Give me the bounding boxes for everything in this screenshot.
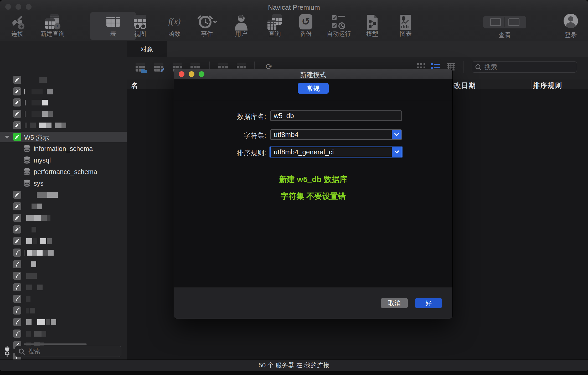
mysql-connection-icon (13, 191, 21, 199)
redacted-text (55, 123, 61, 128)
backup-button[interactable]: ↺ 备份 (295, 12, 316, 40)
sidebar-item-sys[interactable]: sys (0, 178, 127, 189)
redacted-text (40, 238, 46, 244)
horizontal-scrollbar[interactable] (24, 343, 87, 345)
disclosure-triangle-icon[interactable] (5, 136, 9, 139)
views-button[interactable]: 视图 (130, 12, 151, 40)
redacted-text (39, 77, 47, 83)
sidebar-item-label: W5 演示 (24, 133, 49, 142)
backup-icon: ↺ (299, 14, 312, 29)
sidebar-search[interactable] (15, 346, 121, 357)
sidebar-item[interactable] (0, 317, 127, 327)
sidebar-item[interactable] (0, 109, 127, 119)
redacted-text (47, 192, 58, 198)
sidebar-item[interactable] (0, 120, 127, 131)
sidebar-item[interactable] (0, 201, 127, 212)
annotation-line-2: 字符集 不要设置错 (174, 191, 452, 202)
redacted-text (24, 250, 25, 256)
sidebar-item[interactable] (0, 282, 127, 293)
view-icon (133, 14, 147, 30)
chevron-down-icon[interactable] (392, 130, 401, 139)
sidebar-item[interactable] (0, 328, 127, 339)
redacted-text (37, 285, 43, 290)
charts-button[interactable]: 图表 (395, 12, 416, 40)
mysql-connection-icon (13, 214, 21, 222)
avatar-icon[interactable] (564, 14, 578, 28)
view-panes-control[interactable] (483, 16, 526, 28)
sidebar-item-information_schema[interactable]: information_schema (0, 143, 127, 154)
sidebar-item[interactable] (0, 294, 127, 304)
tab-general[interactable]: 常规 (298, 83, 329, 94)
redacted-text (33, 238, 37, 244)
sidebar-item[interactable] (0, 271, 127, 281)
events-button[interactable]: 事件 (197, 12, 218, 40)
model-button[interactable]: 模型 (362, 12, 383, 40)
redacted-text (51, 319, 56, 325)
sidebar-item[interactable] (0, 224, 127, 235)
connect-button[interactable]: 连接 (7, 12, 28, 40)
right-pane-icon (508, 18, 519, 26)
sidebar-item[interactable] (0, 75, 127, 85)
sidebar-item-w5-演示[interactable]: W5 演示 (0, 132, 127, 142)
sidebar-item[interactable] (0, 86, 127, 97)
sidebar-item[interactable] (0, 247, 127, 258)
tab-objects[interactable]: 对象 (127, 41, 167, 57)
mysql-connection-icon (13, 202, 21, 210)
collation-select[interactable] (270, 147, 402, 157)
db-name-input[interactable] (274, 111, 389, 120)
collation-value[interactable] (274, 147, 389, 157)
users-button[interactable]: 用户 (231, 12, 252, 40)
sidebar-item[interactable] (0, 190, 127, 200)
chevron-down-icon[interactable] (392, 147, 401, 157)
automation-button[interactable]: 自动运行 (326, 12, 352, 40)
tab-bar: 对象 (127, 41, 588, 57)
object-search[interactable] (472, 61, 577, 73)
charset-value[interactable] (274, 130, 389, 139)
dialog-titlebar[interactable]: 新建模式 (174, 69, 452, 79)
grid-view-icon[interactable] (417, 63, 426, 69)
functions-button[interactable]: f(x) 函数 (164, 12, 185, 40)
sqlite-connection-icon (13, 283, 21, 291)
redacted-text (27, 250, 32, 256)
redacted-text (37, 250, 43, 256)
sidebar-item-mysql[interactable]: mysql (0, 155, 127, 165)
sidebar-search-input[interactable] (28, 346, 115, 357)
redacted-text (26, 308, 29, 313)
tables-button[interactable]: 表 (90, 12, 136, 40)
db-name-field[interactable] (270, 110, 402, 121)
sidebar-item[interactable] (0, 236, 127, 246)
column-collation[interactable]: 排序规则 (533, 81, 562, 90)
sidebar-item-performance_schema[interactable]: performance_schema (0, 166, 127, 177)
mysql-connection-icon (13, 87, 21, 95)
charset-select[interactable] (270, 129, 402, 140)
column-name[interactable]: 名 (131, 81, 138, 90)
sidebar-item[interactable] (0, 259, 127, 270)
sidebar-item[interactable] (0, 305, 127, 316)
ok-button[interactable]: 好 (415, 298, 442, 308)
annotation-line-1: 新建 w5_db 数据库 (174, 174, 452, 185)
redacted-text (37, 204, 42, 209)
sidebar-item[interactable] (0, 97, 127, 108)
background-sql-right: +ADD 名字! (333, 372, 364, 375)
new-query-button[interactable]: + 新建查询 (39, 12, 66, 40)
list-view-icon[interactable] (431, 63, 440, 69)
dialog-footer: 取消 好 (174, 287, 452, 319)
object-search-input[interactable] (484, 62, 571, 72)
pencil-badge-icon (159, 67, 165, 73)
redacted-text (39, 123, 46, 128)
database-icon (23, 144, 31, 153)
new-schema-dialog: 新建模式 常规 数据库名: 字符集: 排序规则: (174, 69, 452, 319)
cancel-button[interactable]: 取消 (381, 298, 408, 308)
detail-view-icon[interactable] (446, 63, 455, 69)
dialog-title: 新建模式 (174, 70, 452, 79)
status-bar: 50 个 服务器 在 我的连接 (0, 359, 588, 371)
connection-plug-icon[interactable] (3, 346, 11, 357)
sqlite-connection-icon (13, 260, 21, 268)
redacted-text (32, 250, 37, 256)
mysql-connection-icon (13, 225, 21, 234)
queries-button[interactable]: 查询 (264, 12, 285, 40)
redacted-text (46, 319, 50, 325)
redacted-text (47, 89, 53, 94)
sidebar-item[interactable] (0, 213, 127, 223)
database-icon (23, 156, 31, 164)
